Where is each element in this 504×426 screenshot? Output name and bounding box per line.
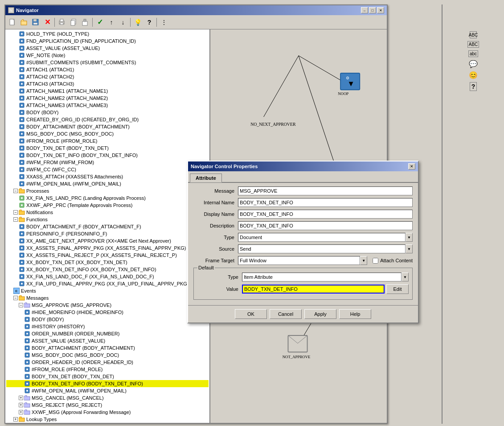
tree-item[interactable]: XX_BODY_TXN_DET_INFO (XX_BODY_TXN_DET_IN… — [6, 266, 209, 273]
minimize-btn[interactable]: – — [361, 7, 368, 13]
arrow-up-btn[interactable]: ↑ — [106, 17, 117, 28]
cancel-btn[interactable]: Cancel — [270, 309, 302, 319]
tree-selected-item[interactable]: BODY_TXN_DET_INFO (BODY_TXN_DET_INFO) — [6, 380, 209, 387]
tree-item[interactable]: ATTACH3 (ATTACH3) — [6, 80, 209, 87]
tree-item[interactable]: #WFM_OPEN_MAIL (#WFM_OPEN_MAIL) — [6, 180, 209, 187]
delete-btn[interactable]: ✕ — [42, 17, 53, 28]
tree-item[interactable]: CREATED_BY_ORG_ID (CREATED_BY_ORG_ID) — [6, 116, 209, 123]
tree-item[interactable]: XX_AME_GET_NEXT_APPROVER (XX<AME Get Nex… — [6, 237, 209, 244]
frame-target-dropdown-arrow[interactable]: ▼ — [360, 256, 367, 265]
tree-item[interactable]: BODY_TXN_DET (BODY_TXN_DET) — [6, 373, 209, 380]
collapse-icon[interactable]: − — [13, 217, 18, 222]
tree-item[interactable]: XX_BODY_TXN_DET (XX_BODY_TXN_DET) — [6, 259, 209, 266]
grid-btn[interactable]: ⋮ — [159, 17, 169, 28]
tree-item[interactable]: XX_FIA_NS_LAND_DOC_F (XX_FIA_NS_LAND_DOC… — [6, 273, 209, 280]
dialog-close-btn[interactable]: ✕ — [408, 163, 415, 170]
expand-icon[interactable]: + — [13, 417, 18, 422]
tree-item[interactable]: ORDER_NUMBER (ORDER_NUMBER) — [6, 330, 209, 337]
tree-item[interactable]: MSG_BODY_DOC (MSG_BODY_DOC) — [6, 352, 209, 359]
tree-item[interactable]: FND_APPLICATION_ID (FND_APPLICATION_ID) — [6, 37, 209, 45]
tree-processes-folder[interactable]: − Processes — [6, 187, 209, 194]
message-input[interactable] — [238, 186, 413, 195]
description-input[interactable] — [238, 221, 413, 230]
open-btn[interactable] — [19, 17, 29, 28]
help-btn[interactable]: Help — [339, 309, 371, 319]
arrow-down-btn[interactable]: ↓ — [118, 17, 128, 28]
internal-name-input[interactable] — [238, 198, 413, 207]
tree-item[interactable]: #HIDE_MOREINFO (#HIDE_MOREINFO) — [6, 309, 209, 316]
tree-item[interactable]: #FROM_ROLE (#FROM_ROLE) — [6, 366, 209, 373]
tree-item[interactable]: XXASS_ATTACH (XXASSETS Attachments) — [6, 173, 209, 180]
default-value-input[interactable] — [242, 285, 385, 294]
tree-item[interactable]: XX_ASSETS_FINAL_REJECT_P (XX_ASSETS_FINA… — [6, 252, 209, 259]
expand-icon[interactable]: + — [19, 403, 23, 407]
tree-messages-folder[interactable]: − Messages — [6, 294, 209, 302]
attach-content-checkbox[interactable] — [373, 258, 378, 264]
tree-item[interactable]: ASSET_VALUE (ASSET_VALUE) — [6, 45, 209, 52]
tree-notifications-folder[interactable]: − Notifications — [6, 209, 209, 216]
tree-item[interactable]: #FROM_ROLE (#FROM_ROLE) — [6, 137, 209, 145]
tree-item[interactable]: ATTACH_NAME2 (ATTACH_NAME2) — [6, 95, 209, 102]
tree-item[interactable]: XX_FIA_NS_LAND_PRC (Landing Approvals Pr… — [6, 194, 209, 202]
tree-item[interactable]: ATTACH1 (ATTACH1) — [6, 66, 209, 73]
tree-item[interactable]: BODY_ATTACHMENT_F (BODY_ATTACHMENT_F) — [6, 223, 209, 230]
tree-item[interactable]: #HISTORY (#HISTORY) — [6, 323, 209, 330]
expand-icon[interactable]: + — [19, 396, 23, 400]
tree-panel[interactable]: HOLD_TYPE (HOLD_TYPE) FND_APPLICATION_ID… — [5, 29, 210, 423]
right-tool-btn2[interactable]: ABC — [467, 41, 479, 48]
lamp-btn[interactable]: 💡 — [132, 17, 143, 28]
tree-item[interactable]: ATTACH2 (ATTACH2) — [6, 73, 209, 80]
copy-btn[interactable] — [68, 17, 79, 28]
paste-btn[interactable] — [80, 17, 90, 28]
collapse-icon[interactable]: − — [13, 296, 18, 300]
tree-item[interactable]: BODY (BODY) — [6, 316, 209, 323]
tree-item[interactable]: XX_FIA_UPD_FINAL_APPRV_PKG (XX_FIA_UPD_F… — [6, 280, 209, 287]
tree-item[interactable]: ASSET_VALUE (ASSET_VALUE) — [6, 337, 209, 344]
tree-item[interactable]: ATTACH_NAME3 (ATTACH_NAME3) — [6, 102, 209, 109]
tree-item[interactable]: HOLD_TYPE (HOLD_TYPE) — [6, 30, 209, 37]
tree-item[interactable]: #SUBMIT_COMMENTS (#SUBMIT_COMMENTS) — [6, 59, 209, 66]
right-tool-btn[interactable]: ABC — [470, 31, 477, 38]
checkmark-btn[interactable]: ✓ — [94, 17, 105, 28]
right-tool-smiley[interactable]: 😊 — [469, 71, 478, 79]
tree-msg-cancel-folder[interactable]: + MSG_CANCEL (MSG_CANCEL) — [6, 394, 209, 401]
tree-item[interactable]: BODY_ATTACHMENT (BODY_ATTACHMENT) — [6, 123, 209, 130]
tree-item[interactable]: ORDER_HEADER_ID (ORDER_HEADER_ID) — [6, 359, 209, 366]
tree-item[interactable]: BODY (BODY) — [6, 109, 209, 116]
tree-item[interactable]: #WFM_FROM (#WFM_FROM) — [6, 159, 209, 166]
tab-attribute[interactable]: Attribute — [190, 174, 222, 182]
question-btn[interactable]: ? — [144, 17, 155, 28]
tree-item[interactable]: XXWF_APP_PRC (Template Approvals Process… — [6, 202, 209, 209]
tree-item[interactable]: PERSONINFO_F (PERSONINFO_F) — [6, 230, 209, 237]
print-btn[interactable] — [57, 17, 67, 28]
tree-lookup-folder[interactable]: + Lookup Types — [6, 416, 209, 423]
right-tool-balloon[interactable]: 💬 — [469, 60, 478, 68]
tree-item[interactable]: BODY_TXN_DET (BODY_TXN_DET) — [6, 145, 209, 152]
source-dropdown-arrow[interactable]: ▼ — [406, 244, 413, 253]
save-btn[interactable] — [30, 17, 41, 28]
collapse-icon[interactable]: − — [19, 303, 23, 307]
tree-item[interactable]: BODY_ATTACHMENT (BODY_ATTACHMENT) — [6, 344, 209, 352]
tree-msg-fwd-folder[interactable]: + XXWF_MSG (Approval Forwarding Message) — [6, 409, 209, 416]
maximize-btn[interactable]: □ — [369, 7, 376, 13]
tree-item[interactable]: MSG_BODY_DOC (MSG_BODY_DOC) — [6, 130, 209, 137]
tree-functions-folder[interactable]: − Functions — [6, 216, 209, 223]
close-btn[interactable]: ✕ — [377, 7, 384, 13]
tree-item[interactable]: #WFM_OPEN_MAIL (#WFM_OPEN_MAIL) — [6, 387, 209, 394]
edit-btn[interactable]: Edit — [386, 284, 409, 294]
type-dropdown-arrow[interactable]: ▼ — [406, 233, 413, 242]
tree-msg-approve-folder[interactable]: − MSG_APPROVE (MSG_APPROVE) — [6, 302, 209, 309]
collapse-icon[interactable]: − — [13, 189, 18, 193]
tree-item[interactable]: #WFM_CC (WFC_CC) — [6, 166, 209, 173]
expand-icon[interactable]: + — [19, 410, 23, 414]
tree-item[interactable]: WF_NOTE (Note) — [6, 52, 209, 59]
right-tool-btn3[interactable]: abc — [468, 50, 478, 57]
tree-item[interactable]: XX_ASSETS_FINAL_APPRV_PKG (XX_ASSETS_FIN… — [6, 244, 209, 252]
default-type-dropdown-arrow[interactable]: ▼ — [402, 273, 409, 281]
right-tool-help[interactable]: ? — [470, 82, 477, 91]
collapse-icon[interactable]: − — [13, 210, 18, 215]
new-doc-btn[interactable] — [7, 17, 18, 28]
tree-item[interactable]: BODY_TXN_DET_INFO (BODY_TXN_DET_INFO) — [6, 152, 209, 159]
tree-item[interactable]: ATTACH_NAME1 (ATTACH_NAME1) — [6, 87, 209, 95]
ok-btn[interactable]: OK — [235, 309, 267, 319]
